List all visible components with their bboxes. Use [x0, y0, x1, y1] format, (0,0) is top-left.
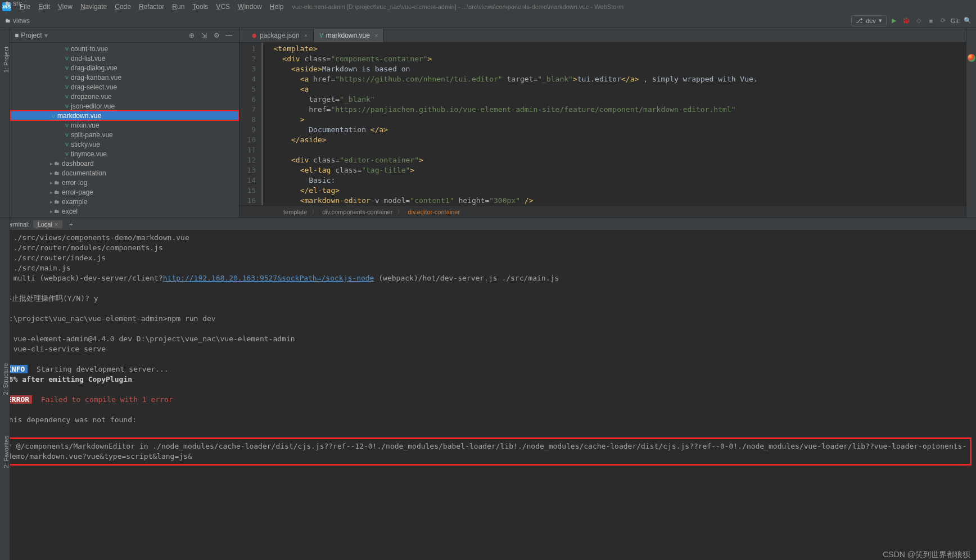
line-gutter: 1234567891011121314151617 — [240, 43, 263, 205]
new-terminal-button[interactable]: + — [66, 221, 76, 228]
tree-file[interactable]: Vdnd-list.vue — [10, 53, 239, 63]
tree-file[interactable]: Vsplit-pane.vue — [10, 130, 239, 139]
menu-help[interactable]: Help — [266, 2, 288, 12]
nav-bar: 🖿vue-element-admin〉🖿src〉🖿views〉🖿componen… — [0, 13, 976, 28]
structure-tool-tab[interactable]: 2: Structure — [2, 363, 9, 395]
menu-refactor[interactable]: Refactor — [135, 2, 168, 12]
nav-crumb[interactable]: 🖿views — [3, 17, 73, 25]
tree-file[interactable]: Vsticky.vue — [10, 139, 239, 149]
run-coverage-button[interactable]: ◇ — [914, 16, 924, 26]
terminal-line: @ ./src/views/components-demo/markdown.v… — [4, 233, 972, 243]
project-tool-tab[interactable]: 1: Project — [3, 47, 10, 73]
terminal-line: ERROR Failed to compile with 1 error — [4, 395, 972, 405]
chevron-down-icon: ▾ — [44, 31, 48, 39]
editor-tabs: ⬢package.json×Vmarkdown.vue× — [240, 28, 976, 43]
breadcrumb-item[interactable]: template — [283, 209, 307, 215]
terminal-line: @ multi (webpack)-dev-server/client?http… — [4, 273, 972, 283]
tree-file[interactable]: Vdrag-select.vue — [10, 82, 239, 92]
terminal-line: @ ./src/router/index.js — [4, 253, 972, 263]
terminal-line: 终止批处理操作吗(Y/N)? y — [4, 293, 972, 304]
tree-file[interactable]: Vdrag-kanban.vue — [10, 73, 239, 82]
editor-tab[interactable]: Vmarkdown.vue× — [314, 29, 384, 42]
terminal-line — [4, 283, 972, 293]
terminal-line — [4, 385, 972, 395]
tree-file[interactable]: Vcount-to.vue — [10, 44, 239, 53]
tree-folder[interactable]: ▸🖿error-page — [10, 187, 239, 197]
tree-folder[interactable]: ▸🖿error-log — [10, 178, 239, 187]
tree-file[interactable]: Vmixin.vue — [10, 120, 239, 130]
terminal-line: > vue-element-admin@4.4.0 dev D:\project… — [4, 334, 972, 344]
hide-button[interactable]: — — [223, 30, 234, 41]
menu-code[interactable]: Code — [111, 2, 135, 12]
tree-folder[interactable]: ▸🖿dashboard — [10, 159, 239, 168]
menu-vcs[interactable]: VCS — [212, 2, 234, 12]
project-panel-title[interactable]: ■ Project ▾ — [15, 31, 48, 39]
terminal-panel: Terminal: Local × + @ ./src/views/compon… — [0, 218, 976, 468]
url-link[interactable]: http://192.168.20.163:9527&sockPath=/soc… — [163, 274, 374, 282]
terminal-header: Terminal: Local × + — [0, 218, 976, 231]
breadcrumb-item[interactable]: div.components-container — [322, 209, 392, 215]
terminal-tab[interactable]: Local × — [33, 220, 63, 228]
menu-navigate[interactable]: Navigate — [76, 2, 111, 12]
tree-folder[interactable]: ▸🖿guide — [10, 216, 239, 218]
editor-area: ⬢package.json×Vmarkdown.vue× 12345678910… — [240, 28, 976, 218]
menu-window[interactable]: Window — [234, 2, 266, 12]
menu-tools[interactable]: Tools — [188, 2, 212, 12]
left-tool-strip: 1: Project — [0, 28, 10, 218]
branch-icon: ⎇ — [856, 17, 863, 24]
editor-breadcrumb[interactable]: template〉div.components-container〉div.ed… — [240, 205, 976, 218]
browser-icon[interactable] — [968, 54, 975, 62]
tree-file[interactable]: Vdrag-dialog.vue — [10, 63, 239, 73]
nav-crumb[interactable]: 🖿src — [3, 0, 73, 7]
editor-tab[interactable]: ⬢package.json× — [246, 29, 314, 42]
breadcrumb-item[interactable]: div.editor-container — [408, 209, 460, 215]
debug-button[interactable]: 🐞 — [901, 16, 911, 26]
close-icon[interactable]: × — [374, 32, 378, 39]
search-button[interactable]: 🔍 — [963, 16, 973, 26]
terminal-line — [4, 405, 972, 415]
terminal-line — [4, 304, 972, 314]
git-branch-selector[interactable]: ⎇ dev ▾ — [851, 15, 887, 26]
terminal-line: 98% after emitting CopyPlugin — [4, 374, 972, 385]
terminal-line — [4, 425, 972, 435]
tree-file[interactable]: Vtinymce.vue — [10, 149, 239, 159]
error-highlight-box: * @/components/MarkdownEditor in ./node_… — [4, 437, 972, 466]
right-tool-strip — [966, 28, 976, 218]
code-editor[interactable]: 1234567891011121314151617 <template> <di… — [240, 43, 976, 205]
terminal-line: D:\project\vue_nac\vue-element-admin>npm… — [4, 314, 972, 324]
tree-file[interactable]: Vmarkdown.vue — [10, 111, 239, 120]
terminal-line — [4, 354, 972, 364]
tree-file[interactable]: Vjson-editor.vue — [10, 101, 239, 111]
terminal-line: This dependency was not found: — [4, 415, 972, 425]
title-bar: WS FileEditViewNavigateCodeRefactorRunTo… — [0, 0, 976, 13]
tree-folder[interactable]: ▸🖿documentation — [10, 168, 239, 178]
expand-all-button[interactable]: ⇲ — [198, 30, 210, 41]
code-content[interactable]: <template> <div class="components-contai… — [263, 43, 976, 205]
terminal-line: @ ./src/router/modules/components.js — [4, 243, 972, 253]
window-title: vue-element-admin [D:\project\vue_nac\vu… — [292, 3, 623, 10]
tree-folder[interactable]: ▸🖿excel — [10, 206, 239, 216]
close-icon[interactable]: × — [55, 221, 58, 228]
terminal-output[interactable]: @ ./src/views/components-demo/markdown.v… — [0, 231, 976, 468]
favorites-tool-tab[interactable]: 2: Favorites — [3, 436, 10, 468]
terminal-line — [4, 324, 972, 334]
menu-run[interactable]: Run — [168, 2, 188, 12]
terminal-line: > vue-cli-service serve — [4, 344, 972, 354]
left-bottom-tool-strip: 2: Structure npm 2: Favorites — [0, 218, 10, 560]
update-project-button[interactable]: ⟳ — [938, 16, 948, 26]
chevron-down-icon: ▾ — [879, 17, 882, 24]
stop-button[interactable]: ■ — [926, 16, 936, 26]
project-panel: ■ Project ▾ ⊕ ⇲ ⚙ — Vcount-to.vueVdnd-li… — [10, 28, 240, 218]
git-label: Git: — [951, 16, 960, 26]
tree-file[interactable]: Vdropzone.vue — [10, 92, 239, 101]
settings-icon[interactable]: ⚙ — [211, 30, 222, 41]
project-panel-header: ■ Project ▾ ⊕ ⇲ ⚙ — — [10, 28, 239, 43]
main-area: 1: Project ■ Project ▾ ⊕ ⇲ ⚙ — Vcount-to… — [0, 28, 976, 218]
close-icon[interactable]: × — [304, 32, 308, 39]
git-branch-label: dev — [866, 17, 876, 24]
locate-button[interactable]: ⊕ — [186, 30, 197, 41]
run-button[interactable]: ▶ — [889, 16, 899, 26]
folder-icon: ■ — [15, 31, 19, 39]
tree-folder[interactable]: ▸🖿example — [10, 197, 239, 206]
project-tree[interactable]: Vcount-to.vueVdnd-list.vueVdrag-dialog.v… — [10, 43, 239, 218]
